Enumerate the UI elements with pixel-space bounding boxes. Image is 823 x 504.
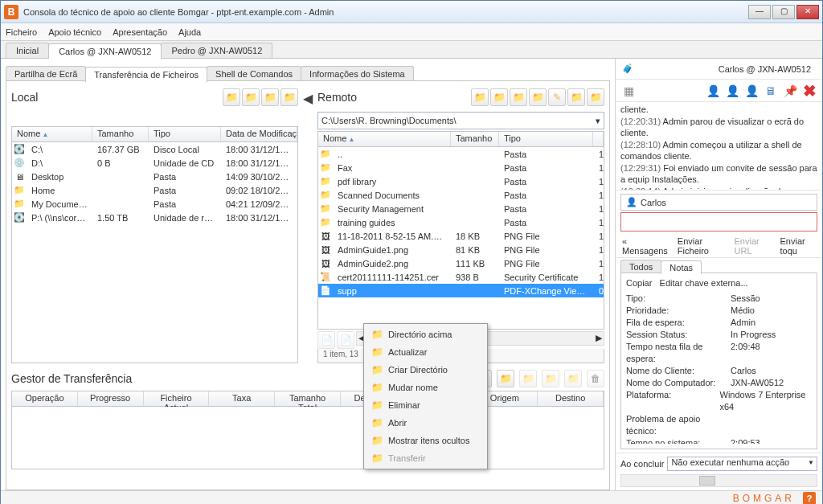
side-hscrollbar[interactable] bbox=[620, 474, 817, 487]
tm-tool-2[interactable]: 📁 bbox=[497, 370, 514, 387]
ctx-eliminar[interactable]: 📁Eliminar bbox=[366, 396, 485, 414]
remote-row[interactable]: 📁 .. Pasta 1 bbox=[318, 147, 604, 161]
ctx-directório-acima[interactable]: 📁Directório acima bbox=[366, 326, 485, 343]
tab-todos[interactable]: Todos bbox=[620, 260, 661, 273]
remote-tool-2[interactable]: 📁 bbox=[490, 88, 508, 106]
remote-row[interactable]: 🖼 11-18-2011 8-52-15 AM.png 18 KB PNG Fi… bbox=[318, 229, 604, 243]
remote-row[interactable]: 📁 Fax Pasta 1 bbox=[318, 161, 604, 174]
remote-tool-5[interactable]: ✎ bbox=[548, 88, 566, 106]
user-minus-icon[interactable]: 👤 bbox=[743, 83, 760, 99]
remote-row[interactable]: 📁 Scanned Documents Pasta 1 bbox=[318, 188, 604, 202]
remote-list[interactable]: 📁 .. Pasta 1📁 Fax Pasta 1📁 pdf library P… bbox=[317, 147, 604, 330]
ctx-criar-directório[interactable]: 📁Criar Directório bbox=[366, 361, 485, 379]
remote-col-nome[interactable]: Nome bbox=[318, 132, 451, 146]
tab-notas[interactable]: Notas bbox=[661, 260, 702, 274]
ctx-abrir[interactable]: 📁Abrir bbox=[366, 414, 485, 432]
user-plus-icon[interactable]: 👤 bbox=[724, 83, 740, 99]
local-refresh-button[interactable]: 📁 bbox=[242, 88, 260, 106]
remote-tool-4[interactable]: 📁 bbox=[529, 88, 547, 106]
maximize-button[interactable]: ▢ bbox=[772, 5, 795, 19]
local-row[interactable]: 💿 D:\ 0 B Unidade de CD 18:00 31/12/1969 bbox=[12, 156, 297, 170]
on-close-select[interactable]: Não executar nenhuma acção bbox=[667, 457, 817, 471]
remote-tool-6[interactable]: 📁 bbox=[567, 88, 585, 106]
session-info-list: Tipo:SessãoPrioridade:MédioFila de esper… bbox=[626, 293, 812, 444]
chat-action[interactable]: Enviar toqu bbox=[780, 236, 817, 256]
local-row[interactable]: 📁 My Documents Pasta 04:21 12/09/2013 bbox=[12, 197, 297, 211]
local-row[interactable]: 📁 Home Pasta 09:02 18/10/2013 bbox=[12, 183, 297, 197]
chat-action[interactable]: Enviar Ficheiro bbox=[678, 236, 725, 256]
remote-col-tipo[interactable]: Tipo bbox=[499, 132, 593, 146]
local-col-tamanho[interactable]: Tamanho bbox=[92, 127, 149, 141]
remote-row[interactable]: 📄 supp PDF-XChange Viewer Document 0 bbox=[318, 284, 604, 297]
remote-row[interactable]: 📁 Security Management Pasta 1 bbox=[318, 202, 604, 215]
chat-user[interactable]: 👤 Carlos bbox=[620, 194, 817, 211]
cell-name: Fax bbox=[333, 163, 451, 173]
remote-row[interactable]: 🖼 AdminGuide1.png 81 KB PNG File 1 bbox=[318, 243, 604, 256]
menu-ficheiro[interactable]: Ficheiro bbox=[6, 27, 37, 37]
tab-carlos[interactable]: Carlos @ JXN-AW0512 bbox=[48, 43, 162, 59]
chat-action[interactable]: « Mensagens bbox=[622, 236, 668, 256]
local-row[interactable]: 💽 P:\ (\\ns\corp\P... 1.50 TB Unidade de… bbox=[12, 211, 297, 224]
user-add-icon[interactable]: 👤 bbox=[705, 83, 721, 99]
cell-extra: 1 bbox=[594, 163, 604, 173]
remote-row[interactable]: 🖼 AdminGuide2.png 111 KB PNG File 1 bbox=[318, 256, 604, 270]
remote-path-input[interactable]: C:\Users\R. Browning\Documents\ ▾ bbox=[317, 112, 604, 129]
tm-col[interactable]: Tamanho Total bbox=[275, 391, 341, 406]
local-col-tipo[interactable]: Tipo bbox=[149, 127, 221, 141]
file-icon: 🖥 bbox=[12, 172, 27, 182]
copy-link[interactable]: Copiar bbox=[626, 278, 652, 288]
briefcase-icon[interactable]: 🧳 bbox=[622, 64, 633, 74]
subtab-transferencia-ficheiros[interactable]: Transferência de Ficheiros bbox=[85, 67, 207, 82]
tm-col[interactable]: Taxa bbox=[209, 391, 275, 406]
local-row[interactable]: 💽 C:\ 167.37 GB Disco Local 18:00 31/12/… bbox=[12, 142, 297, 156]
pin-icon[interactable]: 📌 bbox=[782, 83, 798, 99]
ctx-mudar-nome[interactable]: 📁Mudar nome bbox=[366, 379, 485, 396]
subtab-info-sistema[interactable]: Informações do Sistema bbox=[301, 66, 414, 81]
local-up-folder-button[interactable]: 📁 bbox=[223, 88, 240, 106]
subtab-partilha-ecra[interactable]: Partilha de Ecrã bbox=[6, 66, 86, 81]
menu-apoio-tecnico[interactable]: Apoio técnico bbox=[48, 27, 101, 37]
cell-extra: 1 bbox=[594, 150, 604, 159]
brand-logo: BOMGAR bbox=[733, 493, 795, 504]
remote-col-tamanho[interactable]: Tamanho bbox=[451, 132, 499, 146]
minimize-button[interactable]: — bbox=[748, 5, 771, 19]
session-log[interactable]: cliente.(12:20:31) Admin parou de visual… bbox=[616, 102, 822, 191]
tm-col[interactable]: Progresso bbox=[78, 391, 144, 406]
file-icon: 💽 bbox=[12, 144, 27, 154]
local-list[interactable]: 💽 C:\ 167.37 GB Disco Local 18:00 31/12/… bbox=[11, 142, 298, 363]
tab-inicial[interactable]: Inicial bbox=[6, 43, 49, 58]
remote-row[interactable]: 📁 training guides Pasta 1 bbox=[318, 215, 604, 229]
remote-tool-7[interactable]: 📁 bbox=[587, 88, 604, 106]
local-row[interactable]: 🖥 Desktop Pasta 14:09 30/10/2013 bbox=[12, 170, 297, 183]
menu-ajuda[interactable]: Ajuda bbox=[178, 27, 201, 37]
chat-input[interactable] bbox=[620, 212, 817, 232]
user-icon: 👤 bbox=[626, 197, 637, 207]
tm-col[interactable]: Ficheiro Actual bbox=[144, 391, 210, 406]
cell-date: 18:00 31/12/1969 bbox=[221, 145, 297, 154]
ctx-actualizar[interactable]: 📁Actualizar bbox=[366, 343, 485, 361]
tm-col[interactable]: Destino bbox=[538, 391, 604, 406]
tab-pedro[interactable]: Pedro @ JXN-AW0512 bbox=[161, 43, 272, 58]
close-button[interactable]: ✕ bbox=[796, 5, 819, 19]
remote-col-extra[interactable] bbox=[593, 132, 604, 146]
system-icon[interactable]: 🖥 bbox=[763, 83, 779, 99]
local-search-button[interactable]: 📁 bbox=[280, 88, 298, 106]
subtab-shell-comandos[interactable]: Shell de Comandos bbox=[207, 66, 301, 81]
menu-apresentacao[interactable]: Apresentação bbox=[113, 27, 167, 37]
ctx-mostrar-itens-ocultos[interactable]: 📁Mostrar itens ocultos bbox=[366, 432, 485, 449]
help-icon[interactable]: ? bbox=[803, 492, 816, 505]
remote-row[interactable]: 📜 cert20111111-114251.cer 938 B Security… bbox=[318, 270, 604, 284]
local-new-folder-button[interactable]: 📁 bbox=[261, 88, 279, 106]
remote-tool-1[interactable]: 📁 bbox=[471, 88, 489, 106]
dropdown-icon[interactable]: ▾ bbox=[596, 116, 600, 126]
close-session-icon[interactable]: ✖ bbox=[801, 83, 817, 99]
local-col-data[interactable]: Data de Modificação bbox=[221, 127, 297, 141]
remote-row[interactable]: 📁 pdf library Pasta 1 bbox=[318, 174, 604, 188]
session-info-row: Tempo nesta fila de espera:2:09:48 bbox=[626, 341, 812, 365]
tm-col[interactable]: Operação bbox=[12, 391, 78, 406]
screen-icon[interactable]: ▦ bbox=[620, 83, 637, 99]
edit-key-link[interactable]: Editar chave externa... bbox=[660, 278, 748, 288]
local-col-nome[interactable]: Nome bbox=[12, 127, 92, 141]
remote-tool-3[interactable]: 📁 bbox=[510, 88, 527, 106]
file-icon: 📁 bbox=[318, 203, 333, 214]
